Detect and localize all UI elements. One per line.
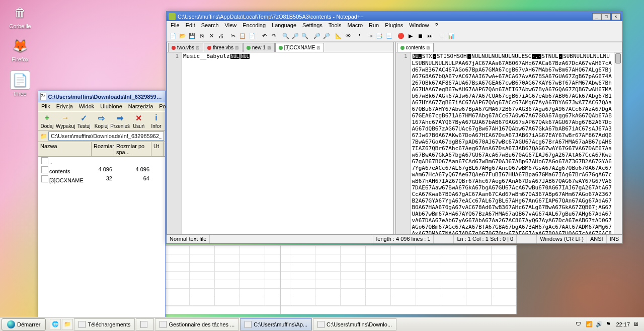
toolbar-btn-4[interactable]: ✕: [207, 31, 216, 40]
toolbar-btn-11[interactable]: ↶: [260, 31, 269, 40]
menu-edit[interactable]: Edit: [183, 21, 198, 30]
file-row[interactable]: contents4 0964 096: [38, 166, 165, 175]
menu-macro[interactable]: Macro: [344, 21, 366, 30]
toolbtn-dodaj[interactable]: +Dodaj: [38, 113, 56, 129]
toolbar-btn-31[interactable]: ⏹: [416, 31, 425, 40]
toolbtn-usuń[interactable]: ✕Usuń: [130, 113, 147, 129]
tab-three-vbs[interactable]: three.vbs⊠: [204, 43, 243, 52]
address-input[interactable]: [48, 131, 164, 141]
taskbar-item[interactable]: Gestionnaire des tâches ...: [155, 318, 239, 330]
toolbar-btn-8[interactable]: 📋: [238, 31, 247, 40]
desktop-icon-corbeille[interactable]: 🗑Corbeille: [5, 3, 35, 29]
toolbar-btn-35[interactable]: 📊: [447, 31, 456, 40]
system-tray[interactable]: 🛡 📶 🔊 ⚑ 22:17 🖥: [572, 317, 644, 331]
left-tabstrip[interactable]: two.vbs⊠three.vbs⊠new 1⊠[3]OCXNAME⊠: [167, 42, 393, 52]
sevenzip-titlebar[interactable]: 7z C:\Users\muffins\Downloads\Inf_632985…: [38, 91, 165, 102]
toolbar-btn-26[interactable]: 📑: [375, 31, 384, 40]
desktop-icon-three[interactable]: 📄three: [5, 71, 35, 97]
toolbar-btn-12[interactable]: ↷: [269, 31, 278, 40]
tab-close-icon[interactable]: ⊠: [235, 45, 239, 50]
notepadpp-window[interactable]: C:\Users\muffins\AppData\Local\Temp\7zO8…: [166, 11, 623, 244]
toolbar-btn-19[interactable]: 🔎: [322, 31, 331, 40]
toolbar-btn-0[interactable]: 📄: [169, 31, 178, 40]
toolbar-btn-22[interactable]: 👁: [344, 31, 353, 40]
toolbar-btn-24[interactable]: ¶: [356, 31, 365, 40]
taskbar-item[interactable]: C:\Users\muffins\Downlo...: [313, 318, 396, 330]
tab-close-icon[interactable]: ⊠: [267, 45, 271, 50]
notepadpp-titlebar[interactable]: C:\Users\muffins\AppData\Local\Temp\7zO8…: [167, 12, 622, 21]
toolbar-btn-3[interactable]: ⎘: [197, 31, 206, 40]
taskbar-item[interactable]: [136, 318, 154, 330]
notepadpp-menubar[interactable]: FileEditSearchViewEncodingLanguageSettin…: [167, 21, 622, 30]
maximize-button[interactable]: □: [602, 13, 611, 20]
up-folder-icon[interactable]: 📁: [40, 133, 47, 140]
menu-settings[interactable]: Settings: [299, 21, 326, 30]
toolbtn-testuj[interactable]: ✓Testuj: [75, 113, 93, 129]
sevenzip-menubar[interactable]: PlikEdycjaWidokUlubioneNarzędziaPomoc: [38, 102, 165, 111]
menu-search[interactable]: Search: [198, 21, 222, 30]
col-0[interactable]: Nazwa: [38, 142, 92, 156]
menu-narzędzia[interactable]: Narzędzia: [125, 102, 156, 111]
toolbar-btn-1[interactable]: 📂: [178, 31, 187, 40]
toolbar-btn-29[interactable]: 🔴: [396, 31, 406, 40]
toolbar-btn-25[interactable]: ⇥: [365, 31, 374, 40]
minimize-button[interactable]: _: [592, 13, 601, 20]
menu-plik[interactable]: Plik: [38, 102, 53, 111]
toolbar-btn-5[interactable]: 🖨: [216, 31, 225, 40]
tab--3-ocxname[interactable]: [3]OCXNAME⊠: [275, 43, 325, 52]
close-button[interactable]: ×: [611, 13, 620, 20]
sevenzip-addressbar[interactable]: 📁: [38, 130, 165, 142]
toolbar-btn-18[interactable]: 🔎: [312, 31, 321, 40]
tab-contents[interactable]: contents⊠: [397, 43, 434, 52]
menu-edycja[interactable]: Edycja: [53, 102, 76, 111]
tab-close-icon[interactable]: ⊠: [196, 45, 200, 50]
menu-encoding[interactable]: Encoding: [239, 21, 269, 30]
col-3[interactable]: Ut: [151, 142, 164, 156]
tray-shield-icon[interactable]: 🛡: [576, 321, 583, 328]
menu-plugins[interactable]: Plugins: [382, 21, 406, 30]
tray-volume-icon[interactable]: 🔊: [596, 321, 603, 328]
desktop-icon-firefox[interactable]: 🦊Firefox: [5, 36, 35, 62]
notepadpp-toolbar[interactable]: 📄📂💾⎘✕🖨✂📋📄↶↷🔍🔎🔍🔎🔎📐👁¶⇥📑📃🔴▶⏹⏭≡📊: [167, 30, 622, 42]
toolbar-btn-16[interactable]: 🔍: [300, 31, 309, 40]
sevenzip-column-headers[interactable]: NazwaRozmiarRozmiar po spa...Ut: [38, 142, 165, 157]
menu-run[interactable]: Run: [366, 21, 382, 30]
taskbar-item[interactable]: Téléchargements: [74, 318, 135, 330]
taskbar[interactable]: Démarrer 🌐📁TéléchargementsGestionnaire d…: [0, 317, 644, 331]
file-row[interactable]: [3]OCXNAME3264: [38, 175, 165, 184]
tab-new-1[interactable]: new 1⊠: [243, 43, 275, 52]
toolbar-btn-27[interactable]: 📃: [384, 31, 393, 40]
toolbar-btn-34[interactable]: ≡: [437, 31, 446, 40]
left-code[interactable]: Music__BabyulzNULNUL: [182, 52, 393, 234]
taskbar-item[interactable]: C:\Users\muffins\Ap...: [240, 318, 312, 330]
left-editor-pane[interactable]: two.vbs⊠three.vbs⊠new 1⊠[3]OCXNAME⊠ 1 Mu…: [167, 42, 394, 234]
sevenzip-window[interactable]: 7z C:\Users\muffins\Downloads\Inf_632985…: [38, 91, 166, 322]
tray-clock[interactable]: 22:17: [616, 321, 630, 327]
tab-close-icon[interactable]: ⊠: [316, 45, 320, 50]
right-scrollbar[interactable]: [614, 52, 622, 234]
toolbar-btn-21[interactable]: 📐: [334, 31, 343, 40]
tray-network-icon[interactable]: 📶: [586, 321, 593, 328]
menu-?[interactable]: ?: [432, 21, 441, 30]
sevenzip-toolbar[interactable]: +Dodaj→Wypakuj✓Testuj⇨Kopiuj➡Przenieś✕Us…: [38, 111, 165, 130]
menu-file[interactable]: File: [168, 21, 183, 30]
tray-monitor-icon[interactable]: 🖥: [633, 321, 640, 328]
menu-window[interactable]: Window: [406, 21, 432, 30]
quicklaunch-1[interactable]: 📁: [62, 319, 73, 330]
toolbar-btn-32[interactable]: ⏭: [425, 31, 434, 40]
toolbar-btn-14[interactable]: 🔍: [281, 31, 290, 40]
toolbar-btn-2[interactable]: 💾: [188, 31, 197, 40]
toolbar-btn-7[interactable]: ✂: [228, 31, 237, 40]
toolbtn-infor[interactable]: iInfor: [147, 113, 165, 129]
file-row[interactable]: ..: [38, 157, 165, 166]
menu-language[interactable]: Language: [269, 21, 299, 30]
menu-view[interactable]: View: [222, 21, 240, 30]
col-2[interactable]: Rozmiar po spa...: [114, 142, 151, 156]
quicklaunch-0[interactable]: 🌐: [50, 319, 61, 330]
sevenzip-file-list[interactable]: ..contents4 0964 096[3]OCXNAME3264: [38, 157, 165, 328]
tab-two-vbs[interactable]: two.vbs⊠: [168, 43, 203, 52]
toolbtn-wypakuj[interactable]: →Wypakuj: [56, 113, 75, 129]
right-tabstrip[interactable]: contents⊠: [396, 42, 622, 52]
menu-tools[interactable]: Tools: [326, 21, 345, 30]
toolbar-btn-30[interactable]: ▶: [406, 31, 415, 40]
